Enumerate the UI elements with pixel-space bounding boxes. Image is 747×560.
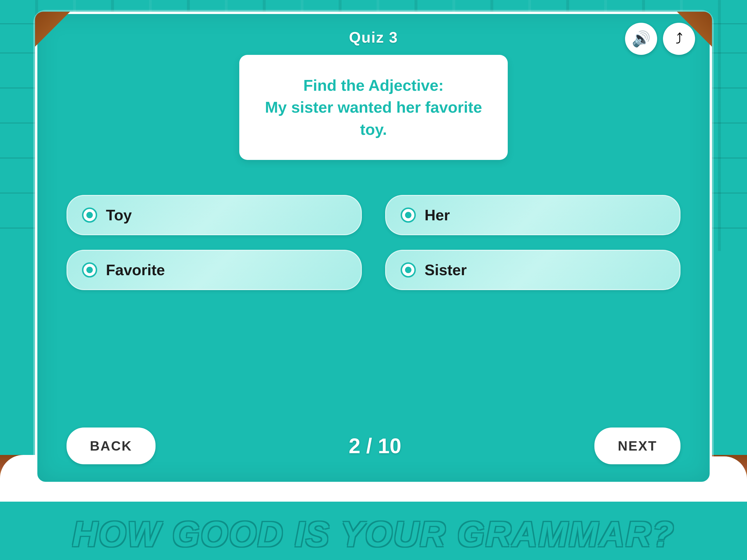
answer-label-toy: Toy	[106, 206, 132, 224]
top-buttons-container: 🔊 ⤴	[625, 23, 695, 55]
question-sentence: My sister wanted her favorite toy.	[265, 98, 482, 138]
share-icon: ⤴	[675, 30, 683, 47]
answer-option-toy[interactable]: Toy	[67, 195, 362, 235]
radio-her	[401, 207, 416, 223]
sound-icon: 🔊	[632, 30, 651, 48]
bottom-navigation: BACK 2 / 10 NEXT	[67, 428, 680, 464]
answer-option-sister[interactable]: Sister	[385, 250, 680, 290]
radio-favorite	[82, 262, 97, 278]
answer-label-favorite: Favorite	[106, 261, 165, 279]
answer-label-her: Her	[424, 206, 450, 224]
sound-button[interactable]: 🔊	[625, 23, 657, 55]
answer-option-her[interactable]: Her	[385, 195, 680, 235]
footer-tagline: HOW GOOD IS YOUR GRAMMAR?	[72, 514, 675, 554]
next-button[interactable]: NEXT	[594, 428, 680, 464]
answers-grid: Toy Her Favorite Sister	[67, 195, 680, 290]
radio-toy	[82, 207, 97, 223]
radio-inner-her	[405, 212, 411, 218]
corner-decoration-tl	[35, 12, 93, 70]
radio-inner-sister	[405, 267, 411, 273]
question-text: Find the Adjective: My sister wanted her…	[257, 74, 490, 141]
progress-indicator: 2 / 10	[349, 434, 401, 458]
back-button[interactable]: BACK	[67, 428, 156, 464]
answer-label-sister: Sister	[424, 261, 467, 279]
answer-option-favorite[interactable]: Favorite	[67, 250, 362, 290]
radio-inner-toy	[86, 212, 93, 218]
question-card: Find the Adjective: My sister wanted her…	[239, 55, 508, 160]
radio-sister	[401, 262, 416, 278]
quiz-title: Quiz 3	[349, 29, 398, 46]
radio-inner-favorite	[86, 267, 93, 273]
main-quiz-panel: Quiz 3 🔊 ⤴ Find the Adjective: My sister…	[35, 12, 712, 484]
question-instruction: Find the Adjective:	[303, 76, 443, 94]
share-button[interactable]: ⤴	[663, 23, 695, 55]
